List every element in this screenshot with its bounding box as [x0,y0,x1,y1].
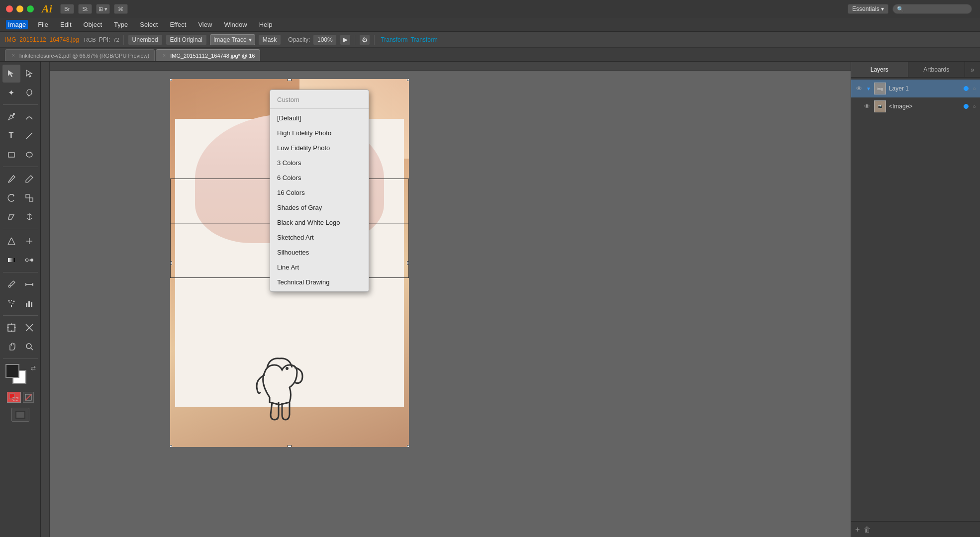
handle-tm[interactable] [288,79,292,81]
unembed-button[interactable]: Unembed [128,34,163,45]
main-area: ✦ T [0,62,980,537]
bridge-button[interactable]: Br [60,4,74,14]
tab-pdf[interactable]: × linkitenclosure-v2.pdf @ 66.67% (RGB/G… [5,49,155,61]
type-tool[interactable]: T [2,127,20,145]
layer-item-layer1[interactable]: 👁 ▼ img Layer 1 ○ [851,80,980,97]
fill-color-icon[interactable] [7,392,21,403]
minimize-button[interactable] [16,5,23,12]
dd-item-sketched-art[interactable]: Sketched Art [270,230,369,245]
tab-img[interactable]: × IMG_20151112_164748.jpg* @ 16 [156,49,260,61]
menu-image[interactable]: Image [6,20,28,29]
panel-tab-layers[interactable]: Layers [851,62,908,77]
foreground-color-swatch[interactable] [5,364,19,378]
menu-object[interactable]: Object [82,20,104,29]
curvature-tool[interactable] [20,108,38,126]
rectangle-tool[interactable] [2,146,20,164]
menu-help[interactable]: Help [257,20,275,29]
pencil-tool[interactable] [20,170,38,188]
menu-edit[interactable]: Edit [58,20,73,29]
dd-item-high-fidelity[interactable]: High Fidelity Photo [270,125,369,140]
essentials-button[interactable]: Essentials ▾ [848,4,888,14]
layer-lock-icon[interactable]: ○ [973,86,976,91]
perspective-grid-tool[interactable] [2,232,20,250]
paintbrush-tool[interactable] [2,170,20,188]
stock-button[interactable]: St [78,4,92,14]
image-trace-dropdown[interactable]: Image Trace ▾ [210,34,255,45]
transform-link[interactable]: Transform [411,36,438,43]
slice-tool[interactable] [20,319,38,337]
rotate-tool[interactable] [2,189,20,207]
workspace-button[interactable]: ⊞ ▾ [96,4,110,14]
mask-button[interactable]: Mask [258,34,282,45]
paintbrush-icon[interactable]: ⌘ [114,4,128,14]
ellipse-tool[interactable] [20,146,38,164]
lasso-tool[interactable] [20,84,38,101]
handle-bl[interactable] [170,445,172,447]
svg-point-0 [13,113,15,115]
menu-view[interactable]: View [196,20,214,29]
mesh-tool[interactable] [20,232,38,250]
shaper-tool[interactable] [2,208,20,226]
blend-tool[interactable] [20,251,38,269]
dd-item-6colors[interactable]: 6 Colors [270,170,369,185]
opacity-arrow[interactable]: ▶ [340,34,351,45]
dd-item-silhouettes[interactable]: Silhouettes [270,245,369,260]
panel-menu-arrow[interactable]: » [965,62,980,77]
none-icon[interactable] [23,392,34,403]
menu-window[interactable]: Window [222,20,249,29]
handle-br[interactable] [407,445,409,447]
opacity-field[interactable] [313,34,337,45]
measure-tool[interactable] [20,275,38,293]
maximize-button[interactable] [27,5,34,12]
layer-visibility-icon[interactable]: 👁 [855,85,863,92]
dd-item-16colors[interactable]: 16 Colors [270,185,369,200]
selection-tool[interactable] [2,65,20,83]
edit-original-button[interactable]: Edit Original [166,34,207,45]
layer-item-image[interactable]: 👁 📷 <Image> ○ [851,97,980,115]
tab-close-pdf[interactable]: × [10,53,16,59]
gradient-tool[interactable] [2,251,20,269]
dd-item-line-art[interactable]: Line Art [270,260,369,274]
new-layer-icon[interactable]: + [855,525,860,534]
search-box[interactable]: 🔍 [892,4,972,14]
layer-lock-icon-image[interactable]: ○ [973,103,976,109]
swap-colors-icon[interactable]: ⇄ [29,364,37,372]
menu-type[interactable]: Type [112,20,130,29]
direct-selection-tool[interactable] [20,65,38,83]
hand-tool[interactable] [2,338,20,356]
symbol-spray-tool[interactable] [2,294,20,312]
pen-tool[interactable] [2,108,20,126]
dd-item-shades-gray[interactable]: Shades of Gray [270,200,369,215]
delete-layer-icon[interactable]: 🗑 [864,526,871,534]
artboard-tool[interactable] [2,319,20,337]
close-button[interactable] [6,5,13,12]
svg-point-22 [12,303,13,304]
handle-tr[interactable] [407,79,409,81]
menu-select[interactable]: Select [138,20,160,29]
layer-visibility-icon-image[interactable]: 👁 [863,102,871,110]
dd-item-custom[interactable]: Custom [270,92,369,107]
eyedropper-tool[interactable] [2,275,20,293]
panel-tab-artboards[interactable]: Artboards [908,62,966,77]
menu-file[interactable]: File [36,20,50,29]
dd-item-bw-logo[interactable]: Black and White Logo [270,215,369,230]
scale-tool[interactable] [20,189,38,207]
dd-item-3colors[interactable]: 3 Colors [270,155,369,170]
tab-close-img[interactable]: × [161,53,167,59]
magic-wand-tool[interactable]: ✦ [2,84,20,101]
settings-icon[interactable]: ⚙ [359,34,370,45]
pen-tools-group [2,108,38,126]
handle-tl[interactable] [170,79,172,81]
width-tool[interactable] [20,208,38,226]
dd-item-low-fidelity[interactable]: Low Fidelity Photo [270,140,369,155]
handle-bm[interactable] [288,445,292,447]
menu-effect[interactable]: Effect [168,20,188,29]
column-graph-tool[interactable] [20,294,38,312]
dd-item-technical-drawing[interactable]: Technical Drawing [270,274,369,289]
image-trace-dropdown-menu: Custom [Default] High Fidelity Photo Low… [270,90,369,292]
line-tool[interactable] [20,127,38,145]
screen-mode-button[interactable] [11,408,29,422]
zoom-tool[interactable] [20,338,38,356]
dd-item-default[interactable]: [Default] [270,110,369,125]
layer-expand-arrow[interactable]: ▼ [866,86,871,91]
